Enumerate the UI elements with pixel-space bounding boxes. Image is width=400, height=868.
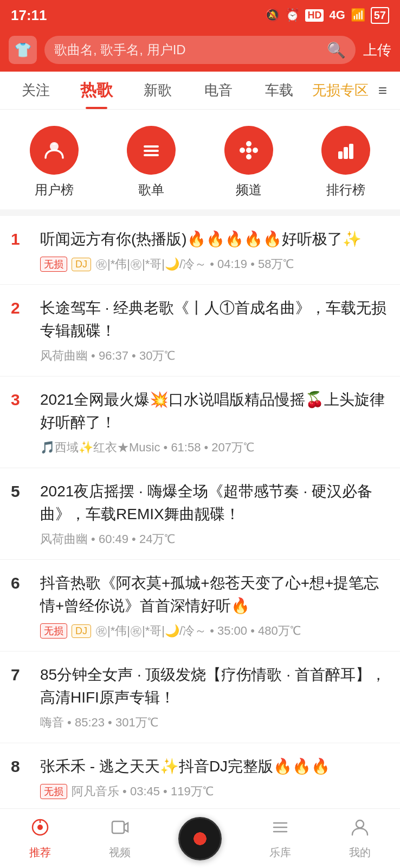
song-item-5[interactable]: 5 2021夜店摇摆 · 嗨爆全场《超带感节奏 · 硬汉必备曲》，车载REMIX… [0, 468, 400, 560]
song-item-7[interactable]: 7 85分钟全女声 · 顶级发烧【疗伤情歌 · 首首醉耳】，高清HIFI原声专辑… [0, 652, 400, 743]
upload-button[interactable]: 上传 [363, 41, 391, 60]
song-info-6: 抖音热歌《阿衣莫+孤城+怨苍天变了心+想+提笔忘情+曾经你说》首首深情好听🔥 无… [40, 572, 389, 639]
recommend-label: 推荐 [29, 845, 51, 860]
svg-point-5 [240, 148, 245, 153]
vinyl-player[interactable] [178, 817, 222, 860]
song-item-1[interactable]: 1 听闻远方有你(热播版)🔥🔥🔥🔥🔥好听极了✨ 无损 DJ ㊗|*伟|㊗|*哥|… [0, 216, 400, 285]
network-icon: 4G [329, 8, 345, 22]
signal-icon: 📶 [351, 8, 365, 22]
svg-point-19 [356, 820, 364, 828]
recommend-icon [30, 818, 50, 842]
battery-icon: 57 [371, 7, 389, 24]
meta-text-1: ㊗|*伟|㊗|*哥|🌙/冷～ • 04:19 • 58万℃ [95, 256, 294, 272]
song-meta-7: 嗨音 • 85:23 • 301万℃ [40, 714, 389, 731]
song-meta-8: 无损 阿凡音乐 • 03:45 • 119万℃ [40, 783, 389, 800]
header: 👕 歌曲名, 歌手名, 用户ID 🔍 上传 [0, 30, 400, 72]
app-logo[interactable]: 👕 [9, 36, 37, 64]
bottom-nav: 推荐 视频 乐库 我的 [0, 808, 400, 868]
category-user-chart[interactable]: 用户榜 [30, 126, 79, 199]
search-placeholder: 歌曲名, 歌手名, 用户ID [54, 41, 321, 59]
svg-point-8 [246, 154, 251, 159]
badge-lossless-8: 无损 [40, 784, 67, 799]
svg-rect-1 [144, 145, 159, 148]
bottom-nav-video[interactable]: 视频 [80, 818, 160, 860]
channel-label: 频道 [236, 181, 262, 199]
song-meta-2: 风荷曲幽 • 96:37 • 30万℃ [40, 348, 389, 364]
tab-electronic[interactable]: 电音 [188, 72, 249, 109]
song-item-3[interactable]: 3 2021全网最火爆💥口水说唱版精品慢摇🍒上头旋律好听醉了！ 🎵西域✨红衣★M… [0, 376, 400, 468]
status-icons: 🔕 ⏰ HD 4G 📶 57 [265, 7, 389, 24]
tab-follow[interactable]: 关注 [5, 72, 66, 109]
song-info-5: 2021夜店摇摆 · 嗨爆全场《超带感节奏 · 硬汉必备曲》，车载REMIX舞曲… [40, 480, 389, 547]
bottom-nav-mine[interactable]: 我的 [320, 818, 400, 860]
song-rank-3: 3 [11, 388, 30, 409]
song-meta-1: 无损 DJ ㊗|*伟|㊗|*哥|🌙/冷～ • 04:19 • 58万℃ [40, 256, 389, 272]
main-content: 用户榜 歌单 频道 [0, 110, 400, 868]
song-title-8: 张禾禾 - 逃之天天✨抖音DJ完整版🔥🔥🔥 [40, 755, 389, 778]
tab-hot[interactable]: 热歌 [66, 72, 127, 109]
song-meta-5: 风荷曲幽 • 60:49 • 24万℃ [40, 531, 389, 547]
song-item-8[interactable]: 8 张禾禾 - 逃之天天✨抖音DJ完整版🔥🔥🔥 无损 阿凡音乐 • 03:45 … [0, 743, 400, 812]
song-title-7: 85分钟全女声 · 顶级发烧【疗伤情歌 · 首首醉耳】，高清HIFI原声专辑！ [40, 663, 389, 709]
song-title-6: 抖音热歌《阿衣莫+孤城+怨苍天变了心+想+提笔忘情+曾经你说》首首深情好听🔥 [40, 572, 389, 617]
song-rank-1: 1 [11, 228, 30, 248]
meta-text-5: 风荷曲幽 • 60:49 • 24万℃ [40, 531, 175, 547]
video-icon [110, 818, 130, 842]
song-rank-6: 6 [11, 572, 30, 592]
ranking-label: 排行榜 [326, 181, 365, 199]
category-playlist[interactable]: 歌单 [127, 126, 176, 199]
svg-rect-3 [144, 154, 159, 156]
song-info-3: 2021全网最火爆💥口水说唱版精品慢摇🍒上头旋律好听醉了！ 🎵西域✨红衣★Mus… [40, 388, 389, 456]
hd-badge: HD [305, 9, 324, 22]
meta-text-3: 🎵西域✨红衣★Music • 61:58 • 207万℃ [40, 439, 254, 456]
categories: 用户榜 歌单 频道 [0, 110, 400, 209]
song-meta-6: 无损 DJ ㊗|*伟|㊗|*哥|🌙/冷～ • 35:00 • 480万℃ [40, 623, 389, 639]
tab-new[interactable]: 新歌 [127, 72, 188, 109]
song-item-2[interactable]: 2 长途驾车 · 经典老歌《丨人①首成名曲》，车载无损专辑靓碟！ 风荷曲幽 • … [0, 285, 400, 376]
mine-icon [350, 818, 370, 842]
tab-lossless[interactable]: 无损专区 [309, 72, 370, 109]
user-chart-icon [30, 126, 79, 175]
svg-point-7 [246, 141, 251, 146]
video-label: 视频 [109, 845, 131, 860]
tab-car[interactable]: 车载 [249, 72, 309, 109]
library-label: 乐库 [269, 845, 291, 860]
bottom-nav-library[interactable]: 乐库 [240, 818, 320, 860]
search-icon[interactable]: 🔍 [327, 41, 346, 59]
song-info-8: 张禾禾 - 逃之天天✨抖音DJ完整版🔥🔥🔥 无损 阿凡音乐 • 03:45 • … [40, 755, 389, 800]
svg-rect-10 [344, 147, 348, 159]
category-ranking[interactable]: 排行榜 [321, 126, 370, 199]
meta-text-6: ㊗|*伟|㊗|*哥|🌙/冷～ • 35:00 • 480万℃ [95, 623, 301, 639]
song-rank-8: 8 [11, 755, 30, 776]
song-info-7: 85分钟全女声 · 顶级发烧【疗伤情歌 · 首首醉耳】，高清HIFI原声专辑！ … [40, 663, 389, 731]
user-chart-label: 用户榜 [35, 181, 74, 199]
song-item-6[interactable]: 6 抖音热歌《阿衣莫+孤城+怨苍天变了心+想+提笔忘情+曾经你说》首首深情好听🔥… [0, 560, 400, 652]
song-rank-5: 5 [11, 480, 30, 501]
badge-lossless-1: 无损 [40, 257, 67, 272]
svg-rect-9 [338, 151, 343, 159]
playlist-label: 歌单 [138, 181, 164, 199]
badge-dj-1: DJ [72, 258, 91, 271]
svg-point-6 [253, 148, 258, 153]
song-rank-7: 7 [11, 663, 30, 684]
nav-menu-icon[interactable]: ≡ [371, 82, 395, 99]
song-title-2: 长途驾车 · 经典老歌《丨人①首成名曲》，车载无损专辑靓碟！ [40, 297, 389, 342]
alarm-icon: ⏰ [285, 8, 300, 22]
svg-rect-2 [144, 150, 159, 152]
bottom-nav-player[interactable] [160, 817, 240, 860]
bottom-nav-recommend[interactable]: 推荐 [0, 818, 80, 860]
ranking-icon [321, 126, 370, 175]
svg-point-13 [37, 825, 43, 830]
search-bar[interactable]: 歌曲名, 歌手名, 用户ID 🔍 [44, 36, 356, 64]
mine-label: 我的 [349, 845, 371, 860]
badge-dj-6: DJ [72, 624, 91, 638]
mute-icon: 🔕 [265, 8, 280, 22]
svg-rect-15 [112, 821, 124, 833]
svg-point-4 [246, 148, 251, 153]
playlist-icon [127, 126, 176, 175]
song-title-1: 听闻远方有你(热播版)🔥🔥🔥🔥🔥好听极了✨ [40, 228, 389, 251]
status-bar: 17:11 🔕 ⏰ HD 4G 📶 57 [0, 0, 400, 30]
category-channel[interactable]: 频道 [224, 126, 273, 199]
song-info-2: 长途驾车 · 经典老歌《丨人①首成名曲》，车载无损专辑靓碟！ 风荷曲幽 • 96… [40, 297, 389, 364]
meta-text-2: 风荷曲幽 • 96:37 • 30万℃ [40, 348, 175, 364]
